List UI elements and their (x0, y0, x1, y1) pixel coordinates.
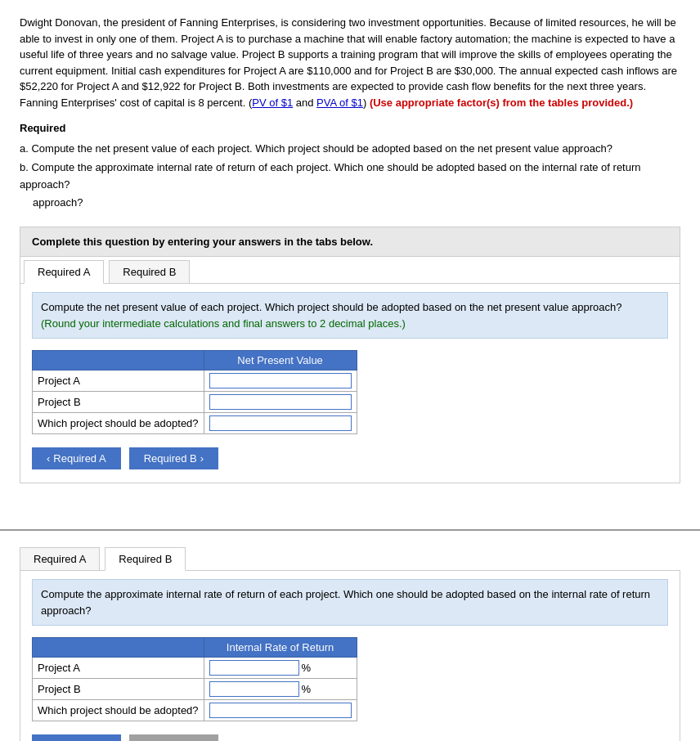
adopted-label: Which project should be adopted? (33, 413, 204, 434)
table-row: Which project should be adopted? (33, 413, 357, 434)
required-heading: Required (20, 122, 680, 134)
table-row: Project A (33, 370, 357, 392)
project-a-irr-label: Project A (33, 658, 204, 679)
project-a-label: Project A (33, 370, 204, 392)
pva-link[interactable]: PVA of $1 (316, 97, 363, 109)
chevron-left-icon: ‹ (47, 452, 50, 465)
section1-col-empty (33, 351, 204, 370)
tab-required-b-1[interactable]: Required B (109, 260, 190, 283)
section1-table: Net Present Value Project A Project B (32, 350, 357, 434)
adopted-irr-cell[interactable] (204, 700, 357, 721)
project-b-npv-input[interactable] (209, 394, 352, 410)
table-row: Project B (33, 392, 357, 413)
project-a-irr-cell[interactable]: % (204, 658, 357, 679)
next-label: Required B (144, 452, 197, 465)
project-b-irr-cell[interactable]: % (204, 679, 357, 700)
section2-nav-buttons: ‹ Required A Required B › (32, 734, 668, 741)
section2-tabs-row: Required A Required B (20, 544, 680, 571)
prev-required-a-btn-2[interactable]: ‹ Required A (32, 734, 121, 741)
adopted-irr-label: Which project should be adopted? (33, 700, 204, 721)
section1-col-header: Net Present Value (204, 351, 357, 370)
section2-tab-content: Compute the approximate internal rate of… (20, 571, 680, 741)
project-a-percent-symbol: % (302, 662, 312, 674)
tab-required-a-1[interactable]: Required A (24, 260, 104, 284)
project-b-irr-input[interactable] (209, 681, 299, 697)
project-b-label: Project B (33, 392, 204, 413)
prev-label: Required A (53, 452, 105, 465)
adopted-npv-input[interactable] (209, 415, 352, 431)
section2-table: Internal Rate of Return Project A % Proj… (32, 637, 357, 721)
adopted-irr-input[interactable] (209, 703, 352, 718)
next-required-b-btn[interactable]: Required B › (129, 447, 218, 469)
required-item-a: a. Compute the net present value of each… (20, 141, 680, 158)
section1-tabs-section: Required A Required B Compute the net pr… (20, 257, 680, 483)
section1-tabs-row: Required A Required B (20, 257, 680, 284)
tab-required-b-2[interactable]: Required B (105, 547, 186, 571)
tab-required-a-2[interactable]: Required A (20, 547, 100, 570)
complete-box-text: Complete this question by entering your … (32, 236, 373, 248)
section2-question-text: Compute the approximate internal rate of… (41, 588, 650, 617)
section2-question-desc: Compute the approximate internal rate of… (32, 579, 668, 626)
project-b-npv-cell[interactable] (204, 392, 357, 413)
adopted-npv-cell[interactable] (204, 413, 357, 434)
project-a-npv-input[interactable] (209, 373, 352, 388)
required-list: a. Compute the net present value of each… (20, 141, 680, 212)
table-row: Which project should be adopted? (33, 700, 357, 721)
prev-required-a-btn[interactable]: ‹ Required A (32, 447, 121, 469)
pv-link[interactable]: PV of $1 (252, 97, 293, 109)
project-b-percent-symbol: % (302, 683, 312, 695)
required-item-b: b. Compute the approximate internal rate… (20, 159, 680, 194)
section1-note: (Round your intermediate calculations an… (41, 317, 406, 330)
complete-box: Complete this question by entering your … (20, 227, 680, 257)
section1-tab-content: Compute the net present value of each pr… (20, 284, 680, 483)
section2-col-header: Internal Rate of Return (204, 638, 357, 658)
required-item-b-cont: approach? (20, 195, 680, 212)
use-appropriate-text: (Use appropriate factor(s) from the tabl… (370, 97, 633, 109)
section-divider (0, 529, 700, 531)
table-row: Project A % (33, 658, 357, 679)
project-a-npv-cell[interactable] (204, 370, 357, 392)
section1-question-desc: Compute the net present value of each pr… (32, 292, 668, 339)
section1-question-text: Compute the net present value of each pr… (41, 301, 621, 313)
chevron-right-icon: › (200, 452, 204, 465)
section1-nav-buttons: ‹ Required A Required B › (32, 447, 668, 469)
project-b-irr-label: Project B (33, 679, 204, 700)
table-row: Project B % (33, 679, 357, 700)
intro-paragraph: Dwight Donovan, the president of Fanning… (20, 15, 680, 110)
section2: Required A Required B Compute the approx… (0, 544, 700, 741)
project-a-irr-input[interactable] (209, 660, 299, 676)
section2-col-empty (33, 638, 204, 658)
next-required-b-btn-2: Required B › (129, 734, 218, 741)
